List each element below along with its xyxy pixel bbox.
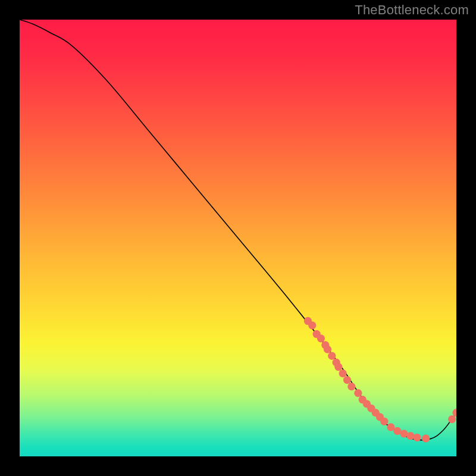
scatter-dot — [308, 321, 316, 329]
watermark-text: TheBottleneck.com — [355, 2, 469, 18]
scatter-dot — [354, 389, 362, 397]
scatter-dot — [413, 434, 421, 441]
scatter-dot — [339, 369, 347, 377]
scatter-dot — [448, 415, 456, 423]
scatter-dot — [422, 434, 430, 442]
scatter-dot — [343, 376, 351, 384]
scatter-dot — [387, 423, 394, 431]
chart-frame: TheBottleneck.com — [0, 0, 476, 476]
scatter-dot — [334, 363, 342, 371]
plot-area — [20, 20, 456, 456]
scatter-dot — [324, 346, 331, 353]
main-curve — [20, 20, 456, 440]
scatter-dot — [452, 409, 456, 416]
scatter-dot — [380, 418, 388, 425]
chart-svg — [20, 20, 456, 456]
scatter-dot — [347, 383, 355, 390]
scatter-dot — [317, 334, 325, 342]
scatter-group — [304, 317, 456, 443]
scatter-dot — [328, 352, 336, 360]
